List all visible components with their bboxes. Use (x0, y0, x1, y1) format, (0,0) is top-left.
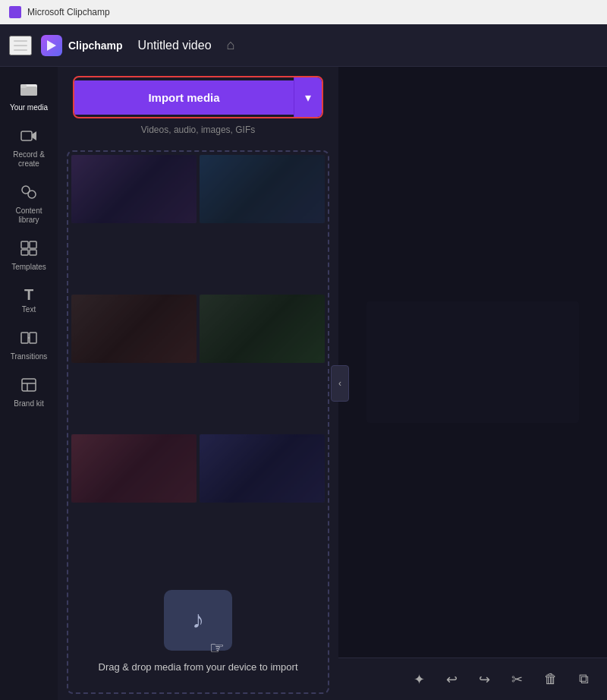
canvas-placeholder (366, 301, 579, 423)
svg-rect-13 (30, 333, 36, 343)
content-library-icon (20, 184, 38, 203)
sidebar-item-label: Your media (10, 103, 48, 112)
app-title: Microsoft Clipchamp (27, 7, 110, 17)
svg-rect-10 (21, 250, 28, 255)
media-drop-area[interactable]: ♪ ☞ Drag & drop media from your device t… (67, 150, 329, 694)
sidebar-item-content-library[interactable]: Contentlibrary (0, 176, 58, 232)
title-bar: Microsoft Clipchamp (0, 0, 607, 24)
svg-rect-4 (21, 131, 32, 140)
chevron-down-icon: ▾ (305, 90, 311, 105)
media-thumbnail (200, 295, 325, 363)
media-panel: Import media ▾ Videos, audio, images, GI… (58, 67, 338, 700)
logo-area: Clipchamp (41, 35, 123, 56)
sidebar-item-label: Brand kit (14, 399, 43, 408)
redo-icon[interactable]: ↪ (476, 668, 493, 691)
svg-point-7 (28, 191, 36, 198)
cloud-save-icon[interactable]: ⌂ (227, 37, 235, 53)
sidebar-item-your-media[interactable]: Your media (0, 73, 58, 120)
delete-icon[interactable]: 🗑 (541, 668, 561, 690)
copy-icon[interactable]: ⧉ (576, 668, 592, 690)
video-title[interactable]: Untitled video (138, 39, 212, 52)
templates-icon (20, 240, 38, 260)
record-icon (20, 128, 38, 147)
import-media-row: Import media ▾ (73, 76, 323, 118)
sidebar-item-templates[interactable]: Templates (0, 232, 58, 279)
svg-rect-3 (20, 84, 27, 88)
media-thumbnail (200, 155, 325, 223)
logo-text: Clipchamp (68, 39, 123, 52)
brand-kit-icon (20, 377, 38, 396)
sidebar-item-transitions[interactable]: Transitions (0, 322, 58, 369)
app-body: Your media Record &create Contentlibrary (0, 67, 607, 700)
sidebar-item-label: Text (22, 305, 36, 314)
magic-icon[interactable]: ✦ (410, 668, 428, 691)
media-thumbnail (200, 434, 325, 503)
text-icon: T (24, 287, 33, 302)
sidebar-item-label: Transitions (11, 352, 48, 361)
collapse-panel-button[interactable]: ‹ (331, 365, 349, 402)
header-bar: Clipchamp Untitled video ⌂ (0, 24, 607, 67)
sidebar-item-label: Contentlibrary (15, 207, 42, 225)
svg-marker-5 (32, 131, 36, 140)
folder-icon (20, 80, 38, 100)
clipchamp-logo-icon (41, 35, 62, 56)
bottom-toolbar: ✦ ↩ ↪ ✂ 🗑 ⧉ (338, 657, 607, 700)
undo-icon[interactable]: ↩ (443, 668, 461, 691)
import-dropdown-button[interactable]: ▾ (294, 77, 322, 117)
import-media-button[interactable]: Import media (74, 80, 294, 115)
sidebar: Your media Record &create Contentlibrary (0, 67, 58, 700)
sidebar-item-label: Record &create (13, 150, 45, 169)
svg-rect-15 (22, 379, 36, 391)
canvas-content (338, 67, 607, 657)
media-grid (68, 152, 328, 575)
cursor-hand-icon: ☞ (209, 639, 225, 658)
drag-drop-text: Drag & drop media from your device to im… (99, 660, 298, 675)
hamburger-button[interactable] (9, 36, 32, 55)
drag-drop-area[interactable]: ♪ ☞ Drag & drop media from your device t… (68, 575, 328, 693)
sidebar-item-record-create[interactable]: Record &create (0, 120, 58, 176)
panel-header: Import media ▾ Videos, audio, images, GI… (58, 67, 338, 144)
media-thumbnail (71, 155, 197, 223)
sidebar-item-brand-kit[interactable]: Brand kit (0, 369, 58, 416)
media-thumbnail (71, 295, 197, 363)
sidebar-item-text[interactable]: T Text (0, 279, 58, 322)
app-icon (9, 6, 21, 18)
music-note-icon: ♪ (192, 606, 204, 634)
svg-marker-0 (47, 40, 56, 51)
transitions-icon (20, 330, 38, 349)
svg-rect-8 (21, 241, 28, 248)
media-thumbnail (71, 434, 197, 503)
svg-rect-11 (30, 250, 36, 255)
chevron-left-icon: ‹ (338, 378, 341, 389)
cut-icon[interactable]: ✂ (508, 668, 526, 691)
svg-rect-12 (21, 333, 28, 343)
media-subtitle: Videos, audio, images, GIFs (70, 118, 326, 138)
music-icon-box[interactable]: ♪ ☞ (164, 590, 232, 651)
sidebar-item-label: Templates (11, 263, 46, 272)
canvas-area: ✦ ↩ ↪ ✂ 🗑 ⧉ (338, 67, 607, 700)
svg-rect-9 (30, 241, 36, 248)
